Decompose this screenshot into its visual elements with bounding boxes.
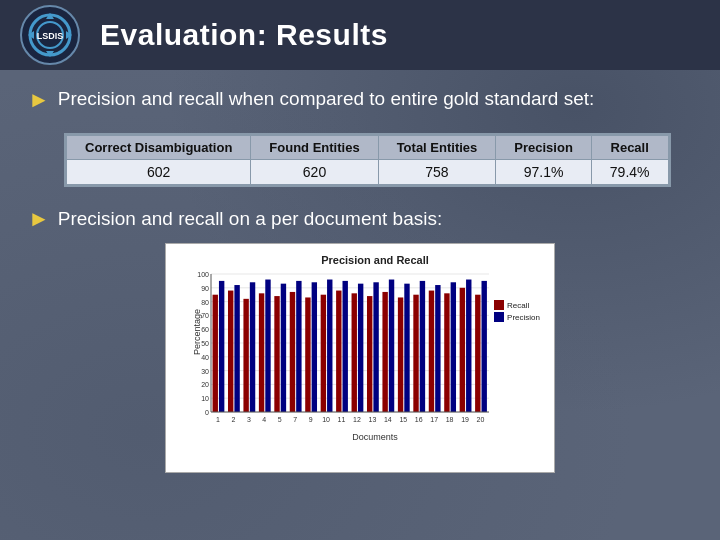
svg-rect-69 [413, 295, 418, 412]
precision-recall-chart: Precision and Recall Percentage 01020304… [165, 243, 555, 473]
legend-recall: Recall [494, 300, 540, 310]
svg-rect-67 [404, 284, 409, 412]
legend-precision-color [494, 312, 504, 322]
svg-text:100: 100 [197, 271, 209, 278]
svg-rect-78 [460, 288, 465, 412]
svg-rect-49 [312, 282, 317, 412]
chart-area: Percentage 01020304050607080901001234579… [206, 270, 544, 430]
legend-precision: Precision [494, 312, 540, 322]
svg-rect-60 [367, 296, 372, 412]
svg-rect-79 [466, 280, 471, 412]
svg-rect-48 [305, 298, 310, 413]
svg-text:5: 5 [278, 416, 282, 423]
page-title: Evaluation: Results [100, 18, 388, 52]
svg-text:11: 11 [338, 416, 346, 423]
legend-precision-label: Precision [507, 313, 540, 322]
chart-svg: 0102030405060708090100123457910111213141… [206, 270, 544, 430]
svg-text:4: 4 [262, 416, 266, 423]
col-header-found-entities: Found Entities [251, 135, 378, 159]
bullet-1-text: Precision and recall when compared to en… [58, 86, 595, 112]
svg-rect-30 [213, 295, 218, 412]
svg-rect-34 [234, 285, 239, 412]
cell-correct-disambiguation: 602 [67, 159, 251, 184]
svg-rect-64 [389, 280, 394, 412]
svg-rect-63 [382, 292, 387, 412]
col-header-correct-disambiguation: Correct Disambiguation [67, 135, 251, 159]
svg-text:50: 50 [201, 340, 209, 347]
svg-rect-45 [290, 292, 295, 412]
svg-rect-82 [482, 281, 487, 412]
bullet-2-text: Precision and recall on a per document b… [58, 206, 442, 232]
svg-rect-54 [336, 291, 341, 412]
chart-y-label: Percentage [192, 309, 202, 355]
svg-text:80: 80 [201, 299, 209, 306]
svg-text:12: 12 [353, 416, 361, 423]
svg-text:30: 30 [201, 368, 209, 375]
lsdis-logo: LSDIS [20, 5, 80, 65]
svg-rect-72 [429, 291, 434, 412]
svg-text:17: 17 [430, 416, 438, 423]
svg-text:40: 40 [201, 354, 209, 361]
svg-rect-46 [296, 281, 301, 412]
svg-text:2: 2 [231, 416, 235, 423]
cell-precision: 97.1% [496, 159, 592, 184]
svg-rect-36 [243, 299, 248, 412]
bullet-1-row: ► Precision and recall when compared to … [28, 86, 692, 115]
legend-recall-label: Recall [507, 301, 529, 310]
svg-text:9: 9 [309, 416, 313, 423]
svg-rect-43 [281, 284, 286, 412]
chart-x-label: Documents [206, 432, 544, 442]
col-header-total-entities: Total Entities [378, 135, 496, 159]
svg-rect-52 [327, 280, 332, 412]
svg-rect-70 [420, 281, 425, 412]
svg-text:13: 13 [368, 416, 376, 423]
legend-recall-color [494, 300, 504, 310]
results-table: Correct Disambiguation Found Entities To… [66, 135, 669, 185]
bullet-1-arrow: ► [28, 86, 50, 115]
svg-rect-75 [444, 294, 449, 413]
svg-text:3: 3 [247, 416, 251, 423]
table-header-row: Correct Disambiguation Found Entities To… [67, 135, 669, 159]
svg-rect-33 [228, 291, 233, 412]
chart-legend: Recall Precision [494, 300, 540, 324]
chart-title: Precision and Recall [206, 254, 544, 266]
cell-found-entities: 620 [251, 159, 378, 184]
svg-rect-40 [265, 280, 270, 412]
slide: LSDIS Evaluation: Results ► Precision an… [0, 0, 720, 540]
col-header-precision: Precision [496, 135, 592, 159]
svg-text:10: 10 [201, 395, 209, 402]
svg-rect-55 [343, 281, 348, 412]
svg-text:20: 20 [201, 382, 209, 389]
bullet-2-arrow: ► [28, 205, 50, 234]
col-header-recall: Recall [591, 135, 668, 159]
svg-rect-73 [435, 285, 440, 412]
svg-text:1: 1 [216, 416, 220, 423]
results-table-wrapper: Correct Disambiguation Found Entities To… [64, 133, 671, 187]
main-content: ► Precision and recall when compared to … [0, 70, 720, 489]
svg-rect-31 [219, 281, 224, 412]
bullet-2-row: ► Precision and recall on a per document… [28, 205, 692, 234]
svg-text:19: 19 [461, 416, 469, 423]
svg-text:60: 60 [201, 326, 209, 333]
svg-rect-39 [259, 294, 264, 413]
svg-rect-42 [274, 296, 279, 412]
svg-rect-51 [321, 295, 326, 412]
svg-text:15: 15 [399, 416, 407, 423]
svg-text:7: 7 [293, 416, 297, 423]
svg-text:LSDIS: LSDIS [37, 31, 64, 41]
svg-rect-76 [451, 282, 456, 412]
table-row: 602 620 758 97.1% 79.4% [67, 159, 669, 184]
svg-text:10: 10 [322, 416, 330, 423]
svg-rect-61 [373, 282, 378, 412]
svg-rect-81 [475, 295, 480, 412]
svg-text:0: 0 [205, 409, 209, 416]
svg-text:16: 16 [415, 416, 423, 423]
header-bar: LSDIS Evaluation: Results [0, 0, 720, 70]
svg-rect-58 [358, 284, 363, 412]
svg-text:14: 14 [384, 416, 392, 423]
svg-rect-57 [352, 294, 357, 413]
cell-total-entities: 758 [378, 159, 496, 184]
svg-text:70: 70 [201, 313, 209, 320]
svg-rect-66 [398, 298, 403, 413]
svg-text:90: 90 [201, 285, 209, 292]
